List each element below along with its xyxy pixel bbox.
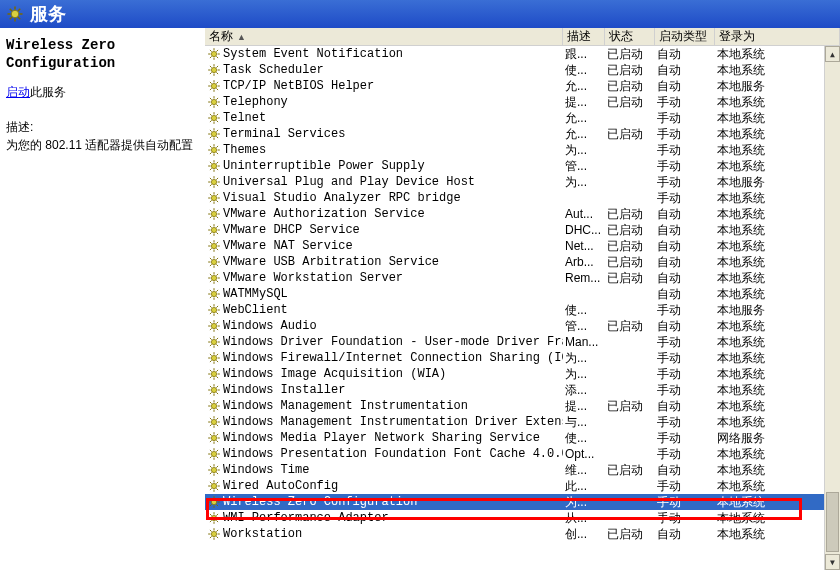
service-row[interactable]: Telnet允...手动本地系统 [205, 110, 840, 126]
col-header-startup[interactable]: 启动类型 [655, 28, 715, 45]
service-row[interactable]: TCP/IP NetBIOS Helper允...已启动自动本地服务 [205, 78, 840, 94]
col-header-status[interactable]: 状态 [605, 28, 655, 45]
service-logon: 本地系统 [715, 350, 840, 367]
service-logon: 本地系统 [715, 414, 840, 431]
service-logon: 本地系统 [715, 446, 840, 463]
svg-line-77 [210, 162, 212, 164]
service-row[interactable]: VMware Workstation ServerRem...已启动自动本地系统 [205, 270, 840, 286]
service-row[interactable]: Windows Management Instrumentation Drive… [205, 414, 840, 430]
service-row[interactable]: Windows Audio管...已启动自动本地系统 [205, 318, 840, 334]
service-name: Visual Studio Analyzer RPC bridge [223, 191, 461, 205]
service-desc: Man... [563, 335, 605, 349]
svg-line-158 [210, 306, 212, 308]
svg-line-71 [216, 146, 218, 148]
svg-line-114 [216, 232, 218, 234]
service-startup: 自动 [655, 462, 715, 479]
svg-point-279 [211, 531, 216, 536]
svg-point-90 [211, 195, 216, 200]
svg-line-248 [210, 466, 212, 468]
service-startup: 自动 [655, 286, 715, 303]
scroll-thumb[interactable] [826, 492, 839, 552]
svg-line-196 [210, 376, 212, 378]
service-desc: 维... [563, 462, 605, 479]
scroll-track[interactable] [825, 62, 840, 554]
service-row[interactable]: VMware USB Arbitration ServiceArb...已启动自… [205, 254, 840, 270]
service-row[interactable]: Universal Plug and Play Device Host为...手… [205, 174, 840, 190]
service-startup: 自动 [655, 222, 715, 239]
svg-line-17 [216, 50, 218, 52]
svg-line-185 [210, 354, 212, 356]
service-row[interactable]: Windows Time维...已启动自动本地系统 [205, 462, 840, 478]
service-row[interactable]: Windows Management Instrumentation提...已启… [205, 398, 840, 414]
service-row[interactable]: Windows Firewall/Internet Connection Sha… [205, 350, 840, 366]
service-row[interactable]: VMware Authorization ServiceAut...已启动自动本… [205, 206, 840, 222]
service-row[interactable]: WMI Performance Adapter从...手动本地系统 [205, 510, 840, 526]
service-row[interactable]: Workstation创...已启动自动本地系统 [205, 526, 840, 542]
svg-line-178 [210, 344, 212, 346]
service-row[interactable]: Uninterruptible Power Supply管...手动本地系统 [205, 158, 840, 174]
service-row[interactable]: Windows Image Acquisition (WIA)为...手动本地系… [205, 366, 840, 382]
service-startup: 自动 [655, 254, 715, 271]
service-row[interactable]: Themes为...手动本地系统 [205, 142, 840, 158]
svg-line-35 [216, 82, 218, 84]
svg-line-123 [216, 248, 218, 250]
service-row[interactable]: Wired AutoConfig此...手动本地系统 [205, 478, 840, 494]
service-name: Themes [223, 143, 266, 157]
service-row[interactable]: Windows Media Player Network Sharing Ser… [205, 430, 840, 446]
service-startup: 自动 [655, 78, 715, 95]
service-gear-icon [207, 207, 221, 221]
service-row[interactable]: Telephony提...已启动手动本地系统 [205, 94, 840, 110]
col-header-logon[interactable]: 登录为 [715, 28, 840, 45]
service-logon: 本地系统 [715, 526, 840, 543]
service-row[interactable]: VMware DHCP ServiceDHC...已启动自动本地系统 [205, 222, 840, 238]
service-logon: 本地系统 [715, 382, 840, 399]
service-desc: 添... [563, 382, 605, 399]
svg-line-161 [216, 306, 218, 308]
service-logon: 本地系统 [715, 510, 840, 527]
service-gear-icon [207, 431, 221, 445]
scroll-down-button[interactable]: ▼ [825, 554, 840, 570]
service-status: 已启动 [605, 78, 655, 95]
scroll-up-button[interactable]: ▲ [825, 46, 840, 62]
service-row[interactable]: WATMMySQL自动本地系统 [205, 286, 840, 302]
services-icon [6, 5, 24, 23]
service-row[interactable]: System Event Notification跟...已启动自动本地系统 [205, 46, 840, 62]
service-row[interactable]: WebClient使...手动本地服务 [205, 302, 840, 318]
svg-line-24 [216, 72, 218, 74]
service-gear-icon [207, 79, 221, 93]
service-row[interactable]: Terminal Services允...已启动手动本地系统 [205, 126, 840, 142]
service-row[interactable]: Windows Driver Foundation - User-mode Dr… [205, 334, 840, 350]
service-gear-icon [207, 175, 221, 189]
start-service-link[interactable]: 启动 [6, 85, 30, 99]
service-row[interactable]: VMware NAT ServiceNet...已启动自动本地系统 [205, 238, 840, 254]
svg-point-18 [211, 67, 216, 72]
service-gear-icon [207, 527, 221, 541]
service-startup: 手动 [655, 414, 715, 431]
svg-line-231 [216, 440, 218, 442]
svg-line-285 [216, 536, 218, 538]
vertical-scrollbar[interactable]: ▲ ▼ [824, 46, 840, 570]
svg-line-160 [210, 312, 212, 314]
svg-line-143 [216, 274, 218, 276]
service-desc: DHC... [563, 223, 605, 237]
svg-line-23 [210, 66, 212, 68]
service-row[interactable]: Task Scheduler使...已启动自动本地系统 [205, 62, 840, 78]
svg-line-60 [216, 136, 218, 138]
service-row[interactable]: Windows Presentation Foundation Font Cac… [205, 446, 840, 462]
svg-line-33 [216, 88, 218, 90]
service-name: Telnet [223, 111, 266, 125]
col-header-name[interactable]: 名称▲ [205, 28, 563, 45]
service-row[interactable]: Visual Studio Analyzer RPC bridge手动本地系统 [205, 190, 840, 206]
svg-point-135 [211, 275, 216, 280]
svg-line-187 [210, 360, 212, 362]
service-desc: 创... [563, 526, 605, 543]
service-desc: Net... [563, 239, 605, 253]
service-logon: 本地系统 [715, 62, 840, 79]
service-row[interactable]: Wireless Zero Configuration为...手动本地系统 [205, 494, 840, 510]
service-desc: Aut... [563, 207, 605, 221]
service-logon: 本地系统 [715, 398, 840, 415]
service-row[interactable]: Windows Installer添...手动本地系统 [205, 382, 840, 398]
service-name: Windows Installer [223, 383, 345, 397]
service-gear-icon [207, 191, 221, 205]
col-header-desc[interactable]: 描述 [563, 28, 605, 45]
